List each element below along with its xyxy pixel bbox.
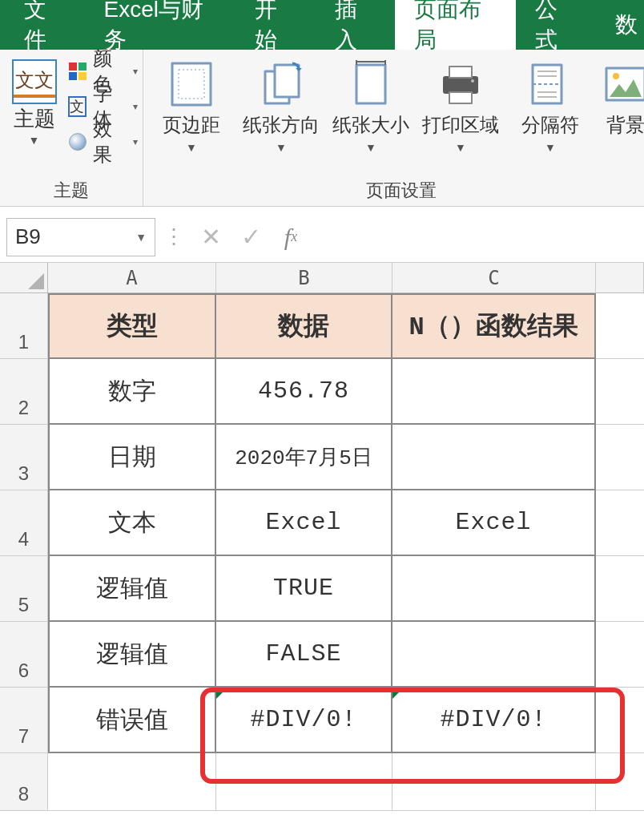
cell-C8[interactable] xyxy=(392,753,596,811)
tab-home[interactable]: 开始 xyxy=(235,0,316,50)
cell-D8[interactable] xyxy=(596,753,644,811)
tab-formulas[interactable]: 公式 xyxy=(516,0,596,50)
cell-B7[interactable]: #DIV/0! xyxy=(216,688,392,753)
cell-C2[interactable] xyxy=(392,359,596,425)
themes-icon-text: 文文 xyxy=(14,66,55,98)
row-headers: 1 2 3 4 5 6 7 8 xyxy=(0,263,48,811)
table-row xyxy=(48,753,644,811)
cell-D5[interactable] xyxy=(596,556,644,622)
svg-rect-5 xyxy=(356,65,385,103)
cell-A4[interactable]: 文本 xyxy=(48,490,216,556)
cell-C7[interactable]: #DIV/0! xyxy=(392,688,596,753)
col-header-next[interactable] xyxy=(596,263,644,293)
cell-B4[interactable]: Excel xyxy=(216,490,392,556)
margins-label: 页边距 xyxy=(163,115,220,135)
tab-addin[interactable]: Excel与财务 xyxy=(85,0,235,50)
cancel-icon[interactable]: ✕ xyxy=(195,221,227,253)
formula-input[interactable] xyxy=(315,221,638,253)
svg-rect-3 xyxy=(275,65,299,97)
effects-button[interactable]: 效果 ▾ xyxy=(68,128,138,155)
svg-rect-10 xyxy=(449,67,472,78)
table-row: 逻辑值 TRUE xyxy=(48,556,644,622)
row-header-4[interactable]: 4 xyxy=(0,490,48,556)
select-all-corner[interactable] xyxy=(0,263,48,293)
cell-B3[interactable]: 2020年7月5日 xyxy=(216,425,392,490)
cell-A1[interactable]: 类型 xyxy=(48,293,216,359)
tab-insert[interactable]: 插入 xyxy=(316,0,396,50)
orientation-icon xyxy=(257,59,305,109)
table-row: 数字 456.78 xyxy=(48,359,644,425)
effects-icon xyxy=(69,133,87,151)
grip-icon: ⋮ xyxy=(163,224,187,249)
tab-file[interactable]: 文件 xyxy=(5,0,85,50)
chevron-down-icon: ▼ xyxy=(186,141,197,154)
cell-D6[interactable] xyxy=(596,622,644,688)
name-box[interactable]: B9 ▼ xyxy=(6,218,155,256)
ribbon-group-themes: 文文 主题 ▼ 颜色 ▾ 文 字体 ▾ 效果 ▾ xyxy=(0,50,143,206)
cell-C1[interactable]: N（）函数结果 xyxy=(392,293,596,359)
enter-icon[interactable]: ✓ xyxy=(235,221,267,253)
cell-D2[interactable] xyxy=(596,359,644,425)
cell-A6[interactable]: 逻辑值 xyxy=(48,622,216,688)
breaks-label: 分隔符 xyxy=(521,115,579,135)
breaks-button[interactable]: 分隔符 ▼ xyxy=(512,59,589,154)
row-header-2[interactable]: 2 xyxy=(0,359,48,425)
cell-B5[interactable]: TRUE xyxy=(216,556,392,622)
print-area-button[interactable]: 打印区域 ▼ xyxy=(422,59,499,154)
cell-C3[interactable] xyxy=(392,425,596,490)
row-header-6[interactable]: 6 xyxy=(0,622,48,688)
row-header-3[interactable]: 3 xyxy=(0,425,48,490)
background-icon xyxy=(602,59,644,109)
cell-B8[interactable] xyxy=(216,753,392,811)
cell-A8[interactable] xyxy=(48,753,216,811)
cell-B2[interactable]: 456.78 xyxy=(216,359,392,425)
tab-pagelayout[interactable]: 页面布局 xyxy=(395,0,516,50)
cell-C4[interactable]: Excel xyxy=(392,490,596,556)
cell-A5[interactable]: 逻辑值 xyxy=(48,556,216,622)
orientation-label: 纸张方向 xyxy=(243,115,320,135)
cell-D3[interactable] xyxy=(596,425,644,490)
chevron-down-icon: ▾ xyxy=(133,101,138,112)
cell-C5[interactable] xyxy=(392,556,596,622)
cell-D1[interactable] xyxy=(596,293,644,359)
chevron-down-icon[interactable]: ▼ xyxy=(135,231,147,244)
chevron-down-icon: ▼ xyxy=(545,141,556,154)
fonts-icon: 文 xyxy=(68,96,87,117)
row-header-1[interactable]: 1 xyxy=(0,293,48,359)
background-label: 背景 xyxy=(606,115,644,135)
ribbon: 文文 主题 ▼ 颜色 ▾ 文 字体 ▾ 效果 ▾ xyxy=(0,50,644,207)
ribbon-tabs: 文件 Excel与财务 开始 插入 页面布局 公式 数 xyxy=(0,0,644,50)
chevron-down-icon: ▼ xyxy=(276,141,287,154)
chevron-down-icon: ▼ xyxy=(365,141,376,154)
orientation-button[interactable]: 纸张方向 ▼ xyxy=(243,59,320,154)
margins-button[interactable]: 页边距 ▼ xyxy=(153,59,230,154)
cell-B6[interactable]: FALSE xyxy=(216,622,392,688)
cell-C6[interactable] xyxy=(392,622,596,688)
chevron-down-icon: ▾ xyxy=(133,66,138,77)
themes-button-label[interactable]: 主题 xyxy=(14,107,55,131)
cell-A7[interactable]: 错误值 xyxy=(48,688,216,753)
cell-D7[interactable] xyxy=(596,688,644,753)
col-header-A[interactable]: A xyxy=(48,263,216,293)
table-header-row: 类型 数据 N（）函数结果 xyxy=(48,293,644,359)
cell-D4[interactable] xyxy=(596,490,644,556)
cell-B1[interactable]: 数据 xyxy=(216,293,392,359)
tab-partial[interactable]: 数 xyxy=(596,0,644,50)
row-header-7[interactable]: 7 xyxy=(0,688,48,753)
effects-label: 效果 xyxy=(93,116,125,167)
col-header-C[interactable]: C xyxy=(392,263,596,293)
size-button[interactable]: 纸张大小 ▼ xyxy=(332,59,409,154)
cell-A3[interactable]: 日期 xyxy=(48,425,216,490)
row-header-8[interactable]: 8 xyxy=(0,753,48,811)
chevron-down-icon[interactable]: ▼ xyxy=(29,134,40,147)
row-header-5[interactable]: 5 xyxy=(0,556,48,622)
cell-A2[interactable]: 数字 xyxy=(48,359,216,425)
fx-icon[interactable]: fx xyxy=(275,221,307,253)
name-box-value: B9 xyxy=(15,224,41,249)
column-headers: A B C xyxy=(48,263,644,293)
background-button[interactable]: 背景 xyxy=(602,59,644,135)
page-break-icon xyxy=(526,59,574,109)
size-label: 纸张大小 xyxy=(332,115,409,135)
themes-icon[interactable]: 文文 xyxy=(12,59,57,104)
col-header-B[interactable]: B xyxy=(216,263,392,293)
